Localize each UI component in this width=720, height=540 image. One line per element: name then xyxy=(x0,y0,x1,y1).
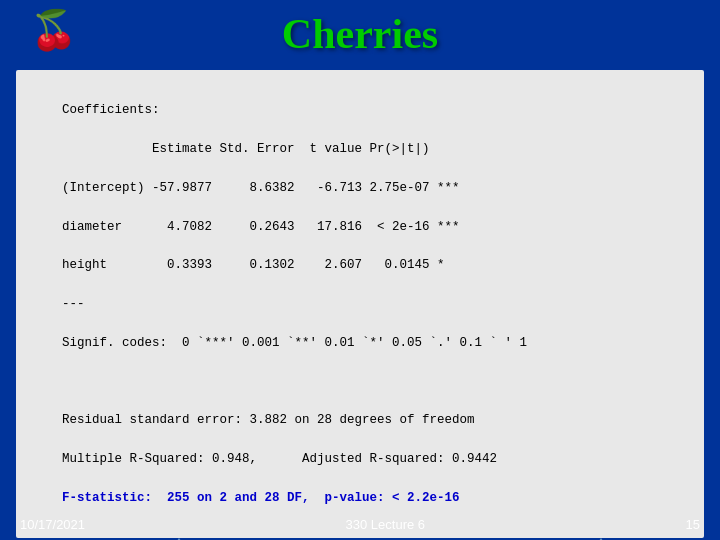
code-line-9: Residual standard error: 3.882 on 28 deg… xyxy=(62,413,475,427)
code-line-1: Coefficients: xyxy=(62,103,160,117)
code-block: Coefficients: Estimate Std. Error t valu… xyxy=(32,82,688,528)
footer: 10/17/2021 330 Lecture 6 15 xyxy=(0,517,720,532)
footer-date: 10/17/2021 xyxy=(20,517,85,532)
code-line-4: diameter 4.7082 0.2643 17.816 < 2e-16 **… xyxy=(62,220,460,234)
code-line-10: Multiple R-Squared: 0.948, Adjusted R-sq… xyxy=(62,452,497,466)
code-line-11: F-statistic: 255 on 2 and 28 DF, p-value… xyxy=(62,491,460,505)
page-title: Cherries xyxy=(282,10,438,58)
code-line-5: height 0.3393 0.1302 2.607 0.0145 * xyxy=(62,258,445,272)
code-line-7: Signif. codes: 0 `***' 0.001 `**' 0.01 `… xyxy=(62,336,527,350)
content-area: Coefficients: Estimate Std. Error t valu… xyxy=(16,70,704,538)
code-line-6: --- xyxy=(62,297,85,311)
title-area: 🍒 Cherries xyxy=(0,0,720,66)
footer-page: 15 xyxy=(686,517,700,532)
code-line-3: (Intercept) -57.9877 8.6382 -6.713 2.75e… xyxy=(62,181,460,195)
cherry-icon: 🍒 xyxy=(30,8,77,54)
footer-course: 330 Lecture 6 xyxy=(346,517,426,532)
code-line-2: Estimate Std. Error t value Pr(>|t|) xyxy=(62,142,430,156)
